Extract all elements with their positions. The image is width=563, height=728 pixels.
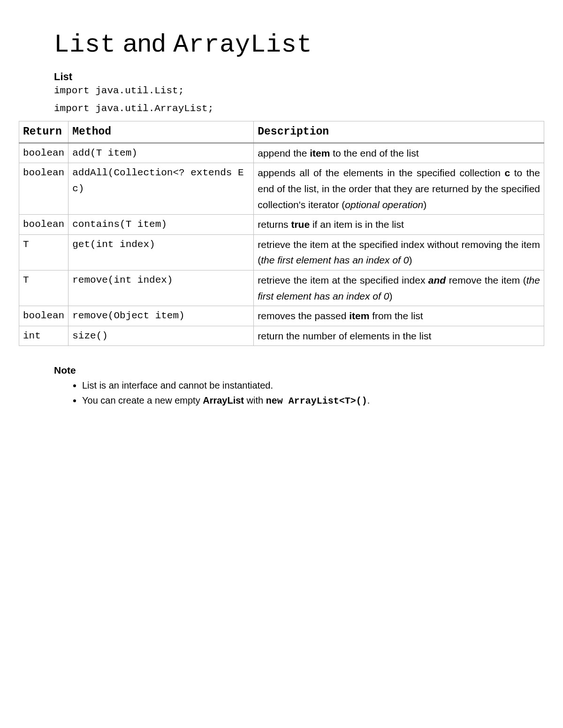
title-code-1: List [54,30,116,59]
header-method: Method [68,121,254,143]
cell-return: boolean [19,306,68,326]
table-header-row: Return Method Description [19,121,544,143]
title-code-2: ArrayList [173,30,312,59]
title-sep: and [116,29,174,57]
table-row: Tget(int index)retrieve the item at the … [19,234,544,270]
cell-description: removes the passed item from the list [254,306,544,326]
list-item: You can create a new empty ArrayList wit… [82,393,544,408]
cell-return: T [19,270,68,306]
cell-return: boolean [19,163,68,215]
cell-description: returns true if an item is in the list [254,215,544,235]
table-row: intsize()return the number of elements i… [19,326,544,346]
table-row: booleanadd(T item)append the item to the… [19,143,544,163]
cell-description: appends all of the elements in the speci… [254,163,544,215]
cell-description: return the number of elements in the lis… [254,326,544,346]
note-heading: Note [54,365,544,376]
cell-description: append the item to the end of the list [254,143,544,163]
cell-description: retrieve the item at the specified index… [254,234,544,270]
notes-list: List is an interface and cannot be insta… [82,378,544,408]
header-return: Return [19,121,68,143]
table-row: Tremove(int index)retrieve the item at t… [19,270,544,306]
page-title: List and ArrayList [54,28,544,59]
cell-method: remove(Object item) [68,306,254,326]
cell-return: int [19,326,68,346]
cell-method: addAll(Collection<? extends E c) [68,163,254,215]
methods-table: Return Method Description booleanadd(T i… [19,121,544,346]
header-description: Description [254,121,544,143]
table-row: booleanaddAll(Collection<? extends E c)a… [19,163,544,215]
import-line-2: import java.util.ArrayList; [54,103,544,114]
cell-method: remove(int index) [68,270,254,306]
cell-return: boolean [19,215,68,235]
cell-method: size() [68,326,254,346]
table-row: booleancontains(T item)returns true if a… [19,215,544,235]
cell-return: T [19,234,68,270]
import-line-1: import java.util.List; [54,85,544,96]
cell-method: add(T item) [68,143,254,163]
cell-description: retrieve the item at the specified index… [254,270,544,306]
table-body: booleanadd(T item)append the item to the… [19,143,544,346]
cell-method: get(int index) [68,234,254,270]
cell-return: boolean [19,143,68,163]
section-heading: List [54,71,544,83]
list-item: List is an interface and cannot be insta… [82,378,544,392]
table-row: booleanremove(Object item)removes the pa… [19,306,544,326]
cell-method: contains(T item) [68,215,254,235]
